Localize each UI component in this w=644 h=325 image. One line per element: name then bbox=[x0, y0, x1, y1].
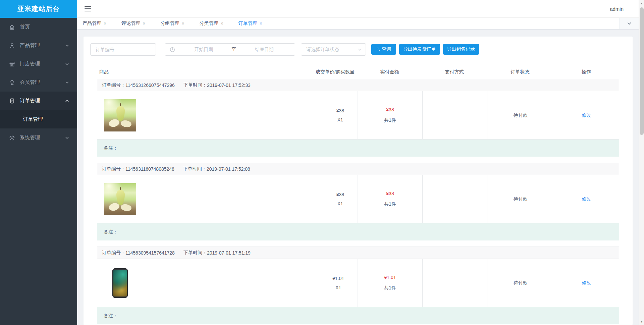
unit-price: ¥38 bbox=[336, 192, 344, 197]
order-number: 1145631266075447296 bbox=[125, 83, 175, 88]
export-pending-orders-button[interactable]: 导出待发货订单 bbox=[399, 44, 440, 55]
select-placeholder: 请选择订单状态 bbox=[306, 47, 358, 53]
app-logo: 亚米建站后台 bbox=[0, 0, 77, 18]
date-range-picker[interactable]: 开始日期 至 结束日期 bbox=[165, 43, 295, 56]
scrollbar-thumb[interactable] bbox=[640, 7, 644, 135]
order-status-cell: 待付款 bbox=[487, 91, 554, 139]
close-icon[interactable]: × bbox=[143, 21, 145, 26]
search-icon bbox=[376, 47, 380, 52]
sidebar-item-order-mgmt[interactable]: 订单管理 bbox=[0, 92, 77, 110]
remark-label: 备注： bbox=[104, 229, 118, 235]
chevron-down-icon bbox=[65, 80, 69, 85]
product-image-pear[interactable] bbox=[104, 183, 136, 215]
edit-order-link[interactable]: 修改 bbox=[582, 280, 591, 286]
sidebar-item-system-mgmt[interactable]: 系统管理 bbox=[0, 128, 77, 147]
sidebar-item-label: 门店管理 bbox=[20, 61, 65, 67]
chevron-up-icon bbox=[65, 99, 69, 103]
order-no-input[interactable] bbox=[90, 43, 156, 56]
search-button[interactable]: 查询 bbox=[371, 44, 396, 55]
user-icon bbox=[9, 43, 15, 49]
remark-row: 备注： bbox=[97, 140, 619, 157]
chevron-down-icon bbox=[65, 62, 69, 66]
tab-label: 分组管理 bbox=[160, 20, 179, 26]
order-no-label: 订单编号： bbox=[102, 82, 125, 88]
header-actions: 操作 bbox=[553, 69, 619, 75]
product-row: ¥38 X1 ¥38 共1件 bbox=[97, 175, 619, 223]
admin-screen: 亚米建站后台 首页 产品管理 门店 bbox=[0, 0, 644, 325]
chevron-down-icon bbox=[358, 47, 362, 52]
header-product: 商品 bbox=[99, 69, 109, 75]
table-header-row: 商品 成交单价/购买数量 实付金额 支付方式 订单状态 操作 bbox=[97, 65, 619, 79]
piece-count: 共1件 bbox=[384, 117, 396, 123]
sidebar-item-label: 首页 bbox=[20, 24, 69, 30]
sidebar-subitem-label: 订单管理 bbox=[23, 116, 43, 122]
search-button-label: 查询 bbox=[382, 46, 391, 52]
order-group: 订单编号：1145630954157641728 下单时间：2019-07-01… bbox=[97, 247, 619, 324]
tab-label: 产品管理 bbox=[83, 20, 101, 26]
sidebar-item-home[interactable]: 首页 bbox=[0, 18, 77, 36]
product-image-pear[interactable] bbox=[104, 99, 136, 131]
remark-row: 备注： bbox=[97, 307, 619, 324]
home-icon bbox=[9, 24, 15, 30]
close-icon[interactable]: × bbox=[260, 21, 262, 26]
close-icon[interactable]: × bbox=[104, 21, 106, 26]
tab-group-mgmt[interactable]: 分组管理 × bbox=[160, 20, 184, 26]
tab-category-mgmt[interactable]: 分类管理 × bbox=[200, 20, 223, 26]
tabs-dropdown-button[interactable] bbox=[620, 18, 639, 29]
unit-price-qty-cell: ¥38 X1 bbox=[336, 108, 344, 122]
end-date-field[interactable]: 结束日期 bbox=[238, 47, 290, 53]
chevron-down-icon bbox=[627, 21, 632, 26]
sidebar-item-product-mgmt[interactable]: 产品管理 bbox=[0, 36, 77, 55]
order-status-select[interactable]: 请选择订单状态 bbox=[301, 43, 366, 56]
top-navbar: admin bbox=[77, 0, 639, 18]
user-menu[interactable]: admin bbox=[610, 6, 624, 12]
piece-count: 共1件 bbox=[384, 285, 396, 291]
sidebar: 亚米建站后台 首页 产品管理 门店 bbox=[0, 0, 77, 325]
remark-label: 备注： bbox=[104, 313, 118, 319]
start-date-field[interactable]: 开始日期 bbox=[178, 47, 230, 53]
scroll-up-icon[interactable]: ▲ bbox=[639, 1, 644, 6]
status-badge: 待付款 bbox=[514, 112, 528, 118]
tab-product-mgmt[interactable]: 产品管理 × bbox=[83, 20, 106, 26]
export-sales-label: 导出销售记录 bbox=[447, 46, 475, 52]
tab-comment-mgmt[interactable]: 评论管理 × bbox=[121, 20, 145, 26]
orders-table: 商品 成交单价/购买数量 实付金额 支付方式 订单状态 操作 订单编号：1145… bbox=[97, 65, 619, 324]
header-order-status: 订单状态 bbox=[487, 69, 553, 75]
edit-order-link[interactable]: 修改 bbox=[582, 112, 591, 118]
close-icon[interactable]: × bbox=[221, 21, 223, 26]
quantity: X1 bbox=[332, 285, 344, 290]
tab-label: 订单管理 bbox=[238, 20, 257, 26]
paid-amount-cell: ¥38 共1件 bbox=[358, 175, 422, 223]
order-header-row: 订单编号：1145630954157641728 下单时间：2019-07-01… bbox=[97, 247, 619, 259]
payment-method-cell bbox=[422, 259, 487, 307]
chevron-down-icon bbox=[65, 136, 69, 140]
sidebar-item-store-mgmt[interactable]: 门店管理 bbox=[0, 55, 77, 73]
order-group: 订单编号：1145631160748085248 下单时间：2019-07-01… bbox=[97, 163, 619, 240]
edit-order-link[interactable]: 修改 bbox=[582, 196, 591, 202]
paid-amount: ¥1.01 bbox=[384, 275, 396, 280]
order-management-card: 开始日期 至 结束日期 请选择订单状态 查询 bbox=[84, 37, 633, 325]
scrollbar[interactable]: ▲ ▼ bbox=[639, 0, 644, 325]
close-icon[interactable]: × bbox=[181, 21, 184, 26]
order-time: 2019-07-01 17:52:33 bbox=[207, 83, 251, 88]
export-sales-records-button[interactable]: 导出销售记录 bbox=[443, 44, 479, 55]
order-no-label: 订单编号： bbox=[102, 250, 125, 256]
order-no-label: 订单编号： bbox=[102, 166, 125, 172]
main-area: admin 产品管理 × 评论管理 × 分组管理 × 分类管理 × 订单管理 × bbox=[77, 0, 639, 325]
status-badge: 待付款 bbox=[514, 196, 528, 202]
sidebar-item-member-mgmt[interactable]: 会员管理 bbox=[0, 73, 77, 92]
sidebar-menu: 首页 产品管理 门店管理 bbox=[0, 18, 77, 147]
tab-label: 评论管理 bbox=[121, 20, 140, 26]
product-image-iphone[interactable] bbox=[104, 267, 136, 299]
hamburger-menu-icon[interactable] bbox=[85, 6, 91, 11]
scroll-down-icon[interactable]: ▼ bbox=[639, 319, 644, 324]
product-row: ¥1.01 X1 ¥1.01 共1件 bbox=[97, 259, 619, 307]
remark-label: 备注： bbox=[104, 145, 118, 151]
tab-order-mgmt[interactable]: 订单管理 × bbox=[238, 20, 262, 26]
order-time-label: 下单时间： bbox=[183, 250, 207, 256]
tab-bar: 产品管理 × 评论管理 × 分组管理 × 分类管理 × 订单管理 × bbox=[77, 18, 639, 30]
actions-cell: 修改 bbox=[554, 175, 619, 223]
tab-label: 分类管理 bbox=[200, 20, 218, 26]
unit-price: ¥1.01 bbox=[332, 276, 344, 281]
sidebar-subitem-order-mgmt[interactable]: 订单管理 bbox=[0, 110, 77, 128]
